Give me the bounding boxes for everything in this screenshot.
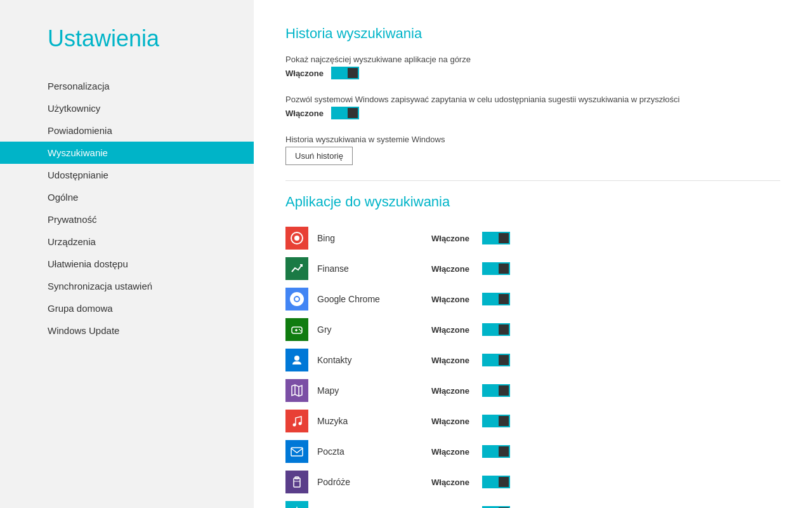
app-name-chrome: Google Chrome bbox=[317, 294, 431, 304]
setting2-toggle[interactable] bbox=[331, 107, 359, 119]
app-row: Muzyka Włączone bbox=[285, 406, 780, 436]
app-toggle-mapy[interactable] bbox=[482, 384, 510, 397]
setting-block-1: Pokaż najczęściej wyszukiwane aplikacje … bbox=[285, 55, 780, 79]
app-row: Podróże Włączone bbox=[285, 467, 780, 497]
sidebar-item-uzytkownicy[interactable]: Użytkownicy bbox=[48, 97, 254, 119]
app-status-mapy: Włączone bbox=[431, 386, 482, 396]
toggle-knob-gry bbox=[499, 324, 509, 335]
toggle-knob-poczta bbox=[499, 446, 509, 457]
sidebar-item-ulatwienia[interactable]: Ułatwienia dostępu bbox=[48, 253, 254, 275]
app-title: Ustawienia bbox=[48, 25, 254, 52]
app-icon-finanse bbox=[285, 257, 308, 280]
main-content: Historia wyszukiwania Pokaż najczęściej … bbox=[254, 0, 812, 508]
toggle-knob-mapy bbox=[499, 385, 509, 396]
apps-section-title: Aplikacje do wyszukiwania bbox=[285, 194, 780, 210]
app-name-poczta: Poczta bbox=[317, 446, 431, 457]
sidebar-item-wyszukiwanie[interactable]: Wyszukiwanie bbox=[0, 142, 254, 164]
app-status-poczta: Włączone bbox=[431, 447, 482, 457]
app-icon-podroze bbox=[285, 471, 308, 493]
sidebar-item-windows-update[interactable]: Windows Update bbox=[48, 319, 254, 342]
app-toggle-muzyka[interactable] bbox=[482, 415, 510, 427]
toggle1-knob bbox=[348, 68, 358, 78]
app-name-bing: Bing bbox=[317, 233, 431, 243]
app-toggle-gry[interactable] bbox=[482, 323, 510, 336]
toggle-knob-muzyka bbox=[499, 416, 509, 426]
setting3-label: Historia wyszukiwania w systemie Windows bbox=[285, 135, 780, 144]
setting1-label: Pokaż najczęściej wyszukiwane aplikacje … bbox=[285, 55, 780, 64]
app-status-bing: Włączone bbox=[431, 234, 482, 243]
toggle-knob-bing bbox=[499, 233, 509, 243]
app-row: Gry Włączone bbox=[285, 314, 780, 345]
sidebar-item-personalizacja[interactable]: Personalizacja bbox=[48, 75, 254, 97]
app-icon-poczta bbox=[285, 440, 308, 463]
section-divider bbox=[285, 180, 780, 181]
app-row: Mapy Włączone bbox=[285, 375, 780, 406]
app-icon-mapy bbox=[285, 379, 308, 402]
setting-block-3: Historia wyszukiwania w systemie Windows… bbox=[285, 135, 780, 165]
app-name-muzyka: Muzyka bbox=[317, 416, 431, 426]
app-row: Finanse Włączone bbox=[285, 253, 780, 284]
svg-point-14 bbox=[293, 424, 296, 427]
svg-point-1 bbox=[294, 236, 299, 241]
app-row: Google Chrome Włączone bbox=[285, 284, 780, 314]
toggle-knob-kontakty bbox=[499, 355, 509, 365]
app-name-podroze: Podróże bbox=[317, 477, 431, 487]
app-icon-bing bbox=[285, 227, 308, 250]
app-toggle-bing[interactable] bbox=[482, 232, 510, 244]
setting1-toggle[interactable] bbox=[331, 67, 359, 79]
app-icon-pogoda bbox=[285, 501, 308, 508]
svg-marker-11 bbox=[292, 385, 302, 396]
sidebar-item-urzadzenia[interactable]: Urządzenia bbox=[48, 231, 254, 253]
app-row: Pogoda Włączone bbox=[285, 497, 780, 508]
app-icon-muzyka bbox=[285, 410, 308, 432]
svg-point-8 bbox=[299, 329, 300, 330]
app-row: Poczta Włączone bbox=[285, 436, 780, 467]
sidebar-item-ogolne[interactable]: Ogólne bbox=[48, 186, 254, 208]
app-icon-gry bbox=[285, 318, 308, 341]
sidebar-item-udostepnianie[interactable]: Udostępnianie bbox=[48, 164, 254, 186]
app-status-kontakty: Włączone bbox=[431, 356, 482, 365]
app-icon-chrome bbox=[285, 288, 308, 311]
app-toggle-podroze[interactable] bbox=[482, 476, 510, 488]
delete-history-button[interactable]: Usuń historię bbox=[285, 147, 353, 165]
svg-point-10 bbox=[294, 356, 299, 361]
app-status-chrome: Włączone bbox=[431, 295, 482, 304]
app-status-gry: Włączone bbox=[431, 325, 482, 335]
sidebar: Ustawienia PersonalizacjaUżytkownicyPowi… bbox=[0, 0, 254, 508]
svg-rect-17 bbox=[294, 478, 300, 487]
app-row: Kontakty Włączone bbox=[285, 345, 780, 375]
sidebar-item-prywatnosc[interactable]: Prywatność bbox=[48, 208, 254, 231]
app-name-gry: Gry bbox=[317, 324, 431, 335]
setting2-row: Włączone bbox=[285, 107, 780, 119]
svg-point-15 bbox=[299, 422, 302, 425]
app-status-muzyka: Włączone bbox=[431, 417, 482, 426]
setting-block-2: Pozwól systemowi Windows zapisywać zapyt… bbox=[285, 95, 780, 119]
app-toggle-finanse[interactable] bbox=[482, 262, 510, 275]
app-toggle-poczta[interactable] bbox=[482, 445, 510, 458]
nav-menu: PersonalizacjaUżytkownicyPowiadomieniaWy… bbox=[48, 75, 254, 342]
sidebar-item-synchronizacja[interactable]: Synchronizacja ustawień bbox=[48, 275, 254, 297]
app-status-finanse: Włączone bbox=[431, 264, 482, 274]
toggle-knob-finanse bbox=[499, 264, 509, 274]
sidebar-item-grupa-domowa[interactable]: Grupa domowa bbox=[48, 297, 254, 319]
toggle-knob-podroze bbox=[499, 477, 509, 487]
app-name-mapy: Mapy bbox=[317, 385, 431, 396]
svg-point-4 bbox=[295, 297, 299, 301]
setting1-status: Włączone bbox=[285, 69, 324, 78]
setting2-status: Włączone bbox=[285, 109, 324, 118]
app-status-podroze: Włączone bbox=[431, 478, 482, 487]
apps-list: Bing Włączone Finanse Włączone Google Ch… bbox=[285, 223, 780, 508]
sidebar-item-powiadomienia[interactable]: Powiadomienia bbox=[48, 119, 254, 142]
svg-rect-16 bbox=[291, 448, 303, 456]
setting2-label: Pozwól systemowi Windows zapisywać zapyt… bbox=[285, 95, 780, 104]
svg-point-9 bbox=[300, 330, 301, 331]
toggle2-knob bbox=[348, 108, 358, 118]
app-toggle-kontakty[interactable] bbox=[482, 354, 510, 366]
setting1-row: Włączone bbox=[285, 67, 780, 79]
app-row: Bing Włączone bbox=[285, 223, 780, 253]
app-toggle-chrome[interactable] bbox=[482, 293, 510, 305]
toggle-knob-chrome bbox=[499, 294, 509, 304]
app-icon-kontakty bbox=[285, 349, 308, 371]
history-section-title: Historia wyszukiwania bbox=[285, 25, 780, 42]
app-name-kontakty: Kontakty bbox=[317, 355, 431, 365]
